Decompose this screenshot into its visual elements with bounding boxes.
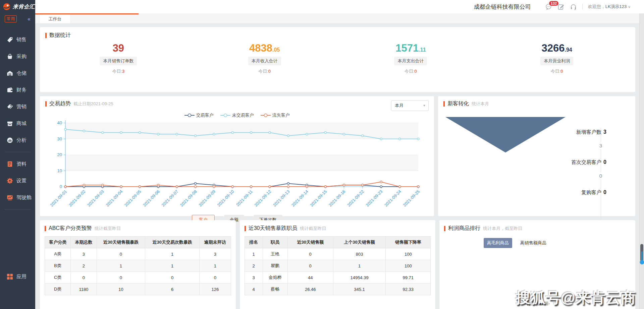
table-cell: 345.1 bbox=[333, 284, 385, 295]
table-cell: 蔡畅 bbox=[263, 284, 287, 295]
basket-icon bbox=[7, 53, 13, 60]
profit-subtitle: 统计本月，截至昨日 bbox=[483, 226, 522, 232]
funnel-stage-value: 0 bbox=[603, 159, 606, 165]
table-cell: 3 bbox=[199, 248, 231, 260]
trend-card: 交易趋势 截止日期2021-09-25 本月 ▼ 交易客户未交易客户流失客户 0… bbox=[40, 96, 434, 216]
collapse-sidebar-icon[interactable]: « bbox=[28, 16, 31, 22]
section-accent-bar bbox=[444, 226, 445, 231]
headset-icon bbox=[570, 3, 577, 10]
sidebar-item-财务[interactable]: 财务 bbox=[0, 81, 35, 98]
dashboard-icon bbox=[7, 194, 13, 201]
sidebar-item-商城[interactable]: 商城 bbox=[0, 115, 35, 132]
support-button[interactable] bbox=[570, 3, 577, 10]
sidebar-item-仓储[interactable]: 仓储 bbox=[0, 65, 35, 81]
topbar: 成都企链科技有限公司 132 bbox=[35, 0, 644, 13]
sidebar-menu-main: 销售采购仓储财务营销商城分析 bbox=[0, 31, 35, 148]
trend-legend: 交易客户未交易客户流失客户 bbox=[45, 112, 429, 118]
sidebar-item-label: 设置 bbox=[16, 178, 26, 184]
app-logo[interactable]: 来肯企汇 bbox=[0, 0, 35, 13]
table-cell: 6 bbox=[145, 284, 199, 295]
section-accent-bar bbox=[245, 226, 246, 231]
svg-text:20: 20 bbox=[57, 152, 62, 157]
sidebar-item-营销[interactable]: 营销 bbox=[0, 98, 35, 115]
table-cell: 0 bbox=[287, 260, 333, 272]
tag-icon bbox=[7, 37, 13, 43]
sidebar-item-应用[interactable]: 应用 bbox=[0, 268, 35, 285]
sidebar: 来肯企汇 常用 « 销售采购仓储财务营销商城分析 资料设置驾驶舱 应用 bbox=[0, 0, 35, 309]
logo-icon bbox=[3, 3, 11, 11]
stat-item: 39本月销售订单数今日:3 bbox=[45, 42, 192, 74]
stats-row: 39本月销售订单数今日:34838.05本月收入合计今日:01571.11本月支… bbox=[45, 42, 630, 74]
sidebar-item-设置[interactable]: 设置 bbox=[0, 172, 35, 189]
svg-text:2021-09-13: 2021-09-13 bbox=[272, 189, 290, 207]
sidebar-item-驾驶舱[interactable]: 驾驶舱 bbox=[0, 189, 35, 206]
stat-value: 3266.94 bbox=[484, 42, 630, 54]
table-cell: 100 bbox=[386, 248, 431, 260]
table-cell: 1 bbox=[245, 248, 263, 260]
sidebar-item-资料[interactable]: 资料 bbox=[0, 156, 35, 172]
user-menu[interactable]: 欢迎您，LK演示123 ∨ bbox=[588, 4, 631, 10]
staff-table: 排名职员近30天销售额上个30天销售额销售额下降率1王艳08031002瞿鹏01… bbox=[245, 236, 431, 295]
table-cell: 1 bbox=[145, 260, 199, 272]
table-cell: 2 bbox=[245, 260, 263, 272]
table-row: A类3013 bbox=[45, 248, 231, 260]
table-cell: 92.33 bbox=[386, 284, 431, 295]
sidebar-divider bbox=[5, 209, 31, 209]
sidebar-divider bbox=[5, 152, 31, 152]
table-cell: 1 bbox=[145, 248, 199, 260]
staff-subtitle: 统计截至昨日 bbox=[300, 226, 326, 232]
tags-icon bbox=[7, 104, 13, 110]
table-cell: 100 bbox=[386, 260, 431, 272]
funnel-stage: 新增客户数3 bbox=[536, 129, 606, 135]
stat-value: 1571.11 bbox=[338, 42, 484, 54]
main-area: 成都企链科技有限公司 132 bbox=[35, 0, 644, 309]
table-cell: 1 bbox=[333, 260, 385, 272]
svg-text:0: 0 bbox=[60, 184, 62, 189]
compose-button[interactable] bbox=[557, 3, 565, 10]
abc-table: 客户分类本期总数近30天销售额暴跌近30天交易次数暴跌逾期未拜访A类3013B类… bbox=[45, 236, 231, 295]
svg-text:2021-09-24: 2021-09-24 bbox=[384, 189, 402, 207]
table-row: 1王艳0803100 bbox=[245, 248, 431, 260]
stat-today: 今日:0 bbox=[192, 68, 338, 74]
stat-value: 4838.05 bbox=[192, 42, 338, 54]
tab-workbench[interactable]: 工作台 bbox=[39, 14, 71, 23]
svg-text:2021-09-15: 2021-09-15 bbox=[309, 189, 328, 207]
profit-tab-buttons: 高毛利商品高销售额商品 bbox=[423, 238, 610, 248]
scrollbar-track[interactable] bbox=[639, 13, 644, 309]
column-header: 职员 bbox=[263, 237, 287, 248]
funnel-stage-label: 首次交易客户 bbox=[571, 159, 601, 165]
tab-strip: 工作台 bbox=[35, 13, 644, 24]
sidebar-item-分析[interactable]: 分析 bbox=[0, 132, 35, 148]
profit-tab-高销售额商品[interactable]: 高销售额商品 bbox=[517, 238, 550, 248]
legend-item-交易客户[interactable]: 交易客户 bbox=[184, 112, 214, 118]
section-title-abc: ABC客户分类预警 bbox=[49, 225, 92, 232]
table-cell: 0 bbox=[97, 272, 145, 284]
stats-card: 数据统计 39本月销售订单数今日:34838.05本月收入合计今日:01571.… bbox=[40, 27, 635, 92]
legend-item-未交易客户[interactable]: 未交易客户 bbox=[220, 112, 254, 118]
scrollbar-thumb[interactable] bbox=[640, 244, 643, 261]
trend-chart-svg: 0102030402021-09-012021-09-022021-09-032… bbox=[45, 118, 428, 213]
table-cell: B类 bbox=[45, 260, 71, 272]
column-header: 排名 bbox=[245, 237, 263, 248]
topbar-divider bbox=[582, 4, 583, 9]
stat-value: 39 bbox=[45, 42, 192, 54]
legend-marker-icon bbox=[220, 113, 230, 117]
table-cell: 0 bbox=[145, 272, 199, 284]
legend-item-流失客户[interactable]: 流失客户 bbox=[261, 112, 290, 118]
app-root: 来肯企汇 常用 « 销售采购仓储财务营销商城分析 资料设置驾驶舱 应用 成都企链… bbox=[0, 0, 644, 309]
section-title-staff: 近30天销售暴跌职员 bbox=[249, 225, 298, 232]
date-range-select[interactable]: 本月 ▼ bbox=[391, 100, 429, 111]
stat-item: 1571.11本月支出合计今日:0 bbox=[338, 42, 484, 74]
table-cell: 10 bbox=[97, 284, 145, 295]
svg-text:2021-09-14: 2021-09-14 bbox=[291, 189, 309, 207]
funnel-stage: 复购客户0 bbox=[536, 189, 606, 196]
favorites-button[interactable]: 常用 bbox=[5, 15, 17, 22]
messages-button[interactable]: 132 bbox=[545, 3, 552, 10]
sidebar-item-销售[interactable]: 销售 bbox=[0, 31, 35, 48]
table-cell: 3 bbox=[245, 272, 263, 284]
stat-label: 本月支出合计 bbox=[394, 57, 427, 65]
table-cell: 26.46 bbox=[287, 284, 333, 295]
profit-tab-高毛利商品[interactable]: 高毛利商品 bbox=[484, 238, 512, 248]
sidebar-item-采购[interactable]: 采购 bbox=[0, 48, 35, 65]
funnel-stage-label: 新增客户数 bbox=[576, 129, 601, 135]
